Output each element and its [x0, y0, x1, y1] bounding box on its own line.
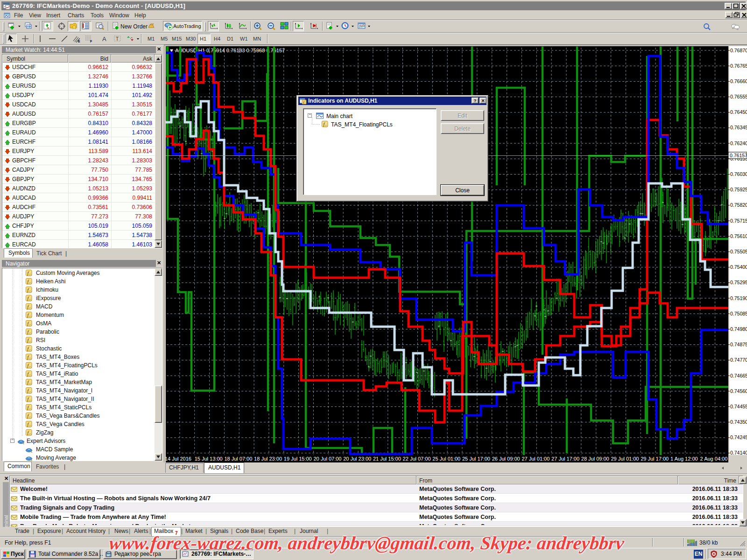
svg-text:20 Jul 23:00: 20 Jul 23:00	[343, 456, 371, 462]
svg-text:14 Jul 2016: 14 Jul 2016	[166, 456, 191, 462]
svg-text:0.76555: 0.76555	[730, 94, 747, 99]
svg-text:0.74560: 0.74560	[730, 388, 747, 394]
svg-text:0.76870: 0.76870	[730, 48, 747, 53]
svg-text:27 Jul 01:00: 27 Jul 01:00	[521, 456, 550, 462]
svg-text:A: A	[102, 35, 106, 42]
svg-text:22 Jul 07:00: 22 Jul 07:00	[403, 456, 431, 462]
svg-text:E: E	[78, 40, 80, 43]
svg-text:0.74455: 0.74455	[730, 404, 747, 409]
svg-text:0.74980: 0.74980	[730, 326, 747, 332]
svg-text:2 Aug 04:00: 2 Aug 04:00	[700, 456, 728, 462]
svg-text:F: F	[90, 40, 92, 43]
svg-text:0.75820: 0.75820	[730, 202, 747, 208]
svg-text:0.76450: 0.76450	[730, 109, 747, 115]
svg-text:18 Jul 23:00: 18 Jul 23:00	[254, 456, 282, 462]
svg-text:18 Jul 07:00: 18 Jul 07:00	[224, 456, 252, 462]
svg-text:0.75925: 0.75925	[730, 187, 747, 192]
svg-text:0.74245: 0.74245	[730, 434, 747, 440]
svg-text:0.74770: 0.74770	[730, 357, 747, 363]
svg-text:0.76157: 0.76157	[730, 153, 747, 158]
svg-text:0.76030: 0.76030	[730, 171, 747, 177]
svg-text:26 Jul 09:00: 26 Jul 09:00	[492, 456, 520, 462]
svg-text:0.75085: 0.75085	[730, 311, 747, 316]
svg-text:0.74875: 0.74875	[730, 342, 747, 347]
svg-text:0.76765: 0.76765	[730, 63, 747, 69]
svg-text:0.74665: 0.74665	[730, 373, 747, 378]
svg-text:21 Jul 15:00: 21 Jul 15:00	[373, 456, 401, 462]
svg-text:0.75190: 0.75190	[730, 295, 747, 301]
svg-text:29 Jul 01:00: 29 Jul 01:00	[611, 456, 639, 462]
svg-text:20 Jul 07:00: 20 Jul 07:00	[314, 456, 342, 462]
svg-text:0.76660: 0.76660	[730, 78, 747, 84]
svg-text:0.74350: 0.74350	[730, 419, 747, 425]
svg-text:0.75295: 0.75295	[730, 280, 747, 285]
svg-text:0.75715: 0.75715	[730, 218, 747, 224]
svg-text:0.75505: 0.75505	[730, 249, 747, 254]
svg-text:28 Jul 09:00: 28 Jul 09:00	[581, 456, 609, 462]
svg-text:0.75400: 0.75400	[730, 264, 747, 270]
svg-text:19 Jul 15:00: 19 Jul 15:00	[284, 456, 312, 462]
svg-text:25 Jul 17:00: 25 Jul 17:00	[462, 456, 490, 462]
svg-text:0.74140: 0.74140	[730, 450, 747, 455]
svg-text:0.76345: 0.76345	[730, 125, 747, 130]
svg-text:0.75610: 0.75610	[730, 233, 747, 239]
svg-text:29 Jul 17:00: 29 Jul 17:00	[641, 456, 669, 462]
svg-text:25 Jul 01:00: 25 Jul 01:00	[432, 456, 460, 462]
svg-text:1 Aug 12:00: 1 Aug 12:00	[670, 456, 698, 462]
svg-text:27 Jul 17:00: 27 Jul 17:00	[551, 456, 579, 462]
svg-text:0.76240: 0.76240	[730, 140, 747, 146]
svg-text:15 Jul 13:00: 15 Jul 13:00	[195, 456, 223, 462]
svg-text:T: T	[116, 36, 119, 42]
